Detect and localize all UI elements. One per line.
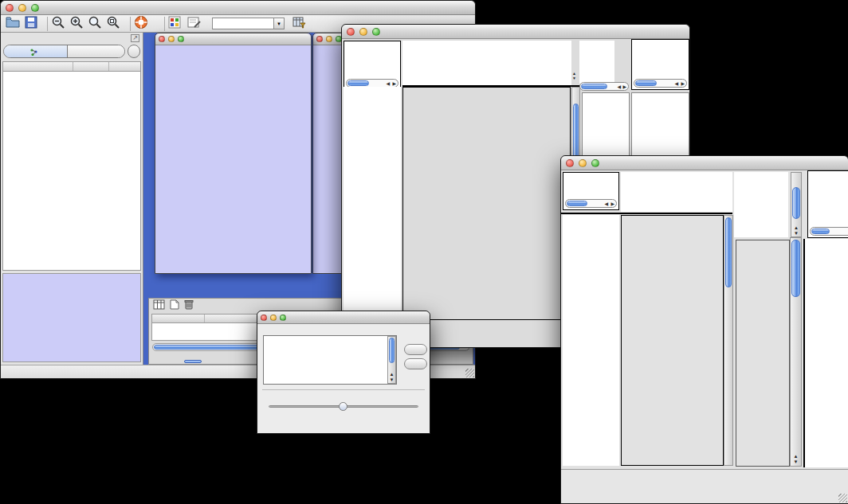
toolbar-separator (47, 17, 48, 31)
minimize-icon[interactable] (326, 36, 332, 42)
view-status-scrollbar[interactable]: ◀▶ (565, 199, 617, 208)
zoom-window-icon[interactable] (31, 4, 39, 12)
desktop: { "colors": { "desktop": "#000000", "mdi… (0, 0, 848, 504)
minimize-icon[interactable] (579, 159, 587, 167)
main-heatmap-2 (621, 215, 724, 466)
column-dendrogram-1 (402, 41, 571, 85)
treeview-window-2: ◀▶ ▲▼ ▲▼ (560, 155, 848, 504)
minimize-icon[interactable] (18, 4, 26, 12)
tab-overflow-button[interactable] (128, 45, 140, 58)
control-panel-tabbar (1, 43, 143, 60)
detail-heatmap-2 (736, 240, 790, 467)
open-session-icon[interactable] (6, 16, 20, 32)
search-combo: ▼ (212, 18, 285, 29)
main-titlebar[interactable] (1, 1, 475, 15)
detail2-vscrollbar[interactable]: ▲▼ (790, 237, 802, 467)
zoom-fit-icon[interactable] (106, 15, 120, 33)
tab-node-attribute-browser[interactable] (184, 360, 202, 363)
treeview2-gene-labels (803, 239, 848, 467)
dialog-titlebar[interactable] (257, 311, 430, 324)
treeview2-content: ◀▶ ▲▼ ▲▼ (561, 170, 848, 503)
minimize-icon[interactable] (270, 315, 277, 321)
resize-grip[interactable] (465, 369, 474, 377)
network-tab-icon (30, 45, 37, 58)
close-icon[interactable] (159, 36, 165, 42)
minimize-icon[interactable] (359, 28, 367, 36)
help-icon[interactable] (134, 15, 148, 33)
separator (561, 213, 732, 214)
treeview1-titlebar[interactable] (342, 25, 689, 39)
column-header-network[interactable] (3, 62, 73, 71)
animation-speed-slider[interactable] (269, 405, 418, 408)
network-list-panel (2, 61, 141, 271)
birdseye-view[interactable] (2, 273, 141, 362)
mini-updown-arrows[interactable]: ▲▼ (572, 71, 576, 80)
usage-hints-box (807, 170, 848, 238)
map-colors-dialog: ▲▼ (257, 311, 430, 434)
new-attribute-icon[interactable] (170, 299, 179, 313)
detail1-hscrollbar[interactable]: ◀▶ (579, 82, 629, 91)
annotation-icon[interactable] (187, 16, 201, 32)
view-status-box: ◀▶ (563, 172, 619, 210)
column-dendrogram-2 (621, 172, 732, 212)
close-icon[interactable] (316, 36, 323, 42)
attribute-listbox: ▲▼ (263, 335, 397, 385)
network-table-header (3, 62, 140, 72)
move-up-button[interactable] (404, 344, 427, 355)
tab-network[interactable] (4, 45, 68, 57)
resize-grip[interactable] (838, 494, 847, 502)
zoom-window-icon[interactable] (372, 28, 380, 36)
usage-hints-scrollbar[interactable]: ◀▶ (634, 79, 687, 88)
close-icon[interactable] (566, 159, 574, 167)
vizmapper-icon[interactable] (168, 16, 181, 32)
treeview2-titlebar[interactable] (561, 156, 848, 170)
delete-attribute-icon[interactable] (184, 299, 194, 313)
view-status-box: ◀▶ (344, 41, 401, 90)
close-icon[interactable] (347, 28, 355, 36)
zoom-window-icon[interactable] (178, 36, 184, 42)
usage-hints-scrollbar[interactable] (810, 227, 848, 236)
main-heatmap-1 (402, 87, 571, 320)
tab-vizmapper[interactable] (68, 45, 124, 57)
row-dendrogram-1 (344, 87, 401, 320)
filter-table-icon[interactable] (292, 16, 306, 32)
column-header-edges[interactable] (109, 62, 140, 71)
toolbar-separator (164, 17, 165, 31)
search-dropdown-icon[interactable]: ▼ (274, 18, 285, 29)
treeview2-column-labels (734, 172, 788, 237)
column-header-id[interactable] (152, 315, 205, 322)
usage-hints-box: ◀▶ (631, 39, 689, 90)
row-dendrogram-2 (563, 215, 619, 466)
attribute-list-scrollbar[interactable]: ▲▼ (387, 336, 396, 384)
minimize-icon[interactable] (168, 36, 175, 42)
network-window-1[interactable] (155, 33, 312, 274)
close-icon[interactable] (6, 4, 14, 12)
zoom-window-icon[interactable] (591, 159, 599, 167)
move-down-button[interactable] (404, 358, 427, 369)
search-input[interactable] (212, 18, 274, 29)
zoom-selected-icon[interactable] (88, 15, 102, 33)
treeview1-column-labels (579, 41, 614, 84)
slider-thumb[interactable] (339, 402, 347, 411)
heatmap2-vscrollbar[interactable] (724, 215, 733, 466)
zoom-window-icon[interactable] (280, 315, 286, 321)
close-icon[interactable] (261, 315, 267, 321)
zoom-out-icon[interactable] (51, 15, 65, 33)
attribute-table-icon[interactable] (153, 299, 165, 313)
control-panel-header: ↗ (1, 33, 143, 43)
treeview2-bottom-bar (561, 469, 848, 503)
control-panel: ↗ (1, 33, 143, 365)
header-vscrollbar[interactable]: ▲▼ (791, 172, 802, 237)
toolbar-separator (130, 17, 131, 31)
float-panel-icon[interactable]: ↗ (131, 34, 139, 42)
zoom-in-icon[interactable] (69, 15, 84, 33)
column-header-nodes[interactable] (73, 62, 109, 71)
save-session-icon[interactable] (25, 16, 37, 32)
